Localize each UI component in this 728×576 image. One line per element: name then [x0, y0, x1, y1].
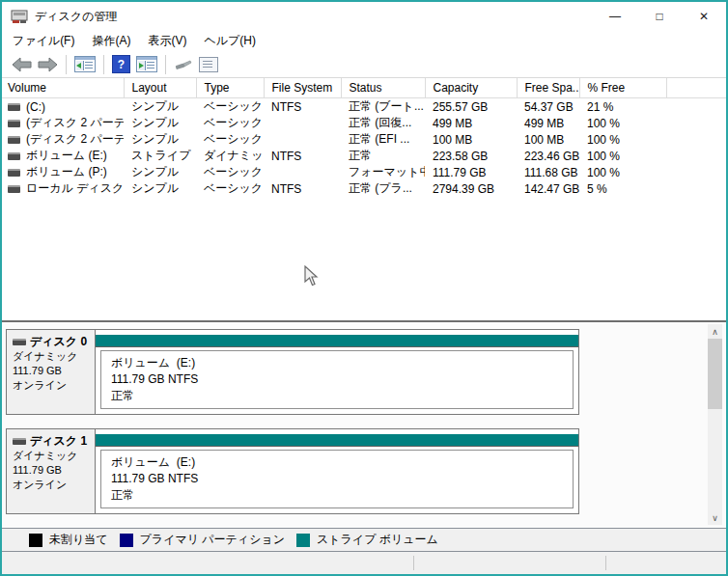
menu-view[interactable]: 表示(V)	[139, 30, 195, 52]
toolbar-separator	[66, 55, 67, 74]
col-layout[interactable]: Layout	[124, 78, 196, 98]
cell-pct-free[interactable]: 5 %	[579, 180, 666, 197]
col-empty[interactable]	[666, 78, 726, 98]
cell-fs[interactable]: NTFS	[264, 180, 341, 197]
back-arrow-icon[interactable]	[9, 56, 35, 73]
disk-1-volume-block[interactable]: ボリューム (E:) 111.79 GB NTFS 正常	[96, 429, 578, 513]
cell-capacity[interactable]: 2794.39 GB	[425, 180, 517, 197]
volume-size-fs: 111.79 GB NTFS	[111, 371, 573, 388]
disk-0-label[interactable]: ディスク 0 ダイナミック 111.79 GB オンライン	[7, 330, 96, 414]
cell-free[interactable]: 54.37 GB	[517, 98, 579, 116]
disk-0-volume-info[interactable]: ボリューム (E:) 111.79 GB NTFS 正常	[100, 350, 574, 409]
cell-type[interactable]: ベーシック	[196, 98, 264, 116]
col-capacity[interactable]: Capacity	[425, 78, 517, 98]
cell-layout[interactable]: シンプル	[124, 164, 196, 180]
cell-status[interactable]: 正常 (EFI ...	[341, 131, 425, 148]
cell-pct-free[interactable]: 100 %	[579, 131, 666, 148]
show-action-pane-icon[interactable]	[133, 55, 160, 73]
cell-type[interactable]: ベーシック	[196, 115, 264, 131]
properties-icon[interactable]	[196, 56, 221, 73]
minimize-button[interactable]: —	[593, 2, 637, 31]
volume-list-pane: Volume Layout Type File System Status Ca…	[2, 78, 726, 320]
volume-row[interactable]: ボリューム (E:) ストライプ ダイナミック NTFS 正常 223.58 G…	[2, 148, 726, 164]
scroll-up-icon[interactable]: ∧	[708, 324, 722, 339]
show-console-tree-icon[interactable]	[71, 55, 98, 73]
menu-file[interactable]: ファイル(F)	[4, 30, 83, 52]
stripe-volume-color-bar	[96, 335, 578, 347]
cell-capacity[interactable]: 499 MB	[425, 115, 517, 131]
cell-free[interactable]: 111.68 GB	[517, 164, 579, 180]
volume-row[interactable]: (ディスク 2 パーティシ... シンプル ベーシック 正常 (回復... 49…	[2, 115, 726, 131]
disk-management-window: ディスクの管理 — □ ✕ ファイル(F) 操作(A) 表示(V) ヘルプ(H)	[0, 0, 728, 576]
cell-free[interactable]: 223.46 GB	[517, 148, 579, 164]
col-status[interactable]: Status	[341, 78, 425, 98]
cell-pct-free[interactable]: 21 %	[579, 98, 666, 116]
disk-icon	[13, 438, 26, 445]
legend-item-stripe-volume: ストライプ ボリューム	[296, 532, 438, 548]
cell-capacity[interactable]: 255.57 GB	[425, 98, 517, 116]
help-icon[interactable]: ?	[109, 54, 133, 74]
volume-row[interactable]: ローカル ディスク (D:) シンプル ベーシック NTFS 正常 (プラ...…	[2, 180, 726, 197]
cell-pct-free[interactable]: 100 %	[579, 148, 666, 164]
disk-tool-icon[interactable]	[171, 57, 196, 72]
menu-help[interactable]: ヘルプ(H)	[195, 30, 265, 52]
volume-row[interactable]: ボリューム (P:) シンプル ベーシック フォーマット中 111.79 GB …	[2, 164, 726, 180]
col-type[interactable]: Type	[196, 78, 264, 98]
cell-capacity[interactable]: 100 MB	[425, 131, 517, 148]
volume-icon	[8, 185, 20, 193]
close-button[interactable]: ✕	[682, 2, 726, 31]
cell-status[interactable]: フォーマット中	[341, 164, 425, 180]
cell-status[interactable]: 正常 (回復...	[341, 115, 425, 131]
cell-layout[interactable]: シンプル	[124, 115, 196, 131]
toolbar-separator	[165, 55, 166, 74]
cell-fs[interactable]	[264, 115, 341, 131]
scrollbar-thumb[interactable]	[708, 339, 722, 409]
scroll-down-icon[interactable]: ∨	[708, 510, 722, 525]
disk-0-volume-block[interactable]: ボリューム (E:) 111.79 GB NTFS 正常	[96, 330, 578, 414]
cell-layout[interactable]: シンプル	[124, 98, 196, 116]
disk-type: ダイナミック	[13, 449, 95, 463]
cell-type[interactable]: ベーシック	[196, 131, 264, 148]
volume-size-fs: 111.79 GB NTFS	[111, 471, 573, 487]
cell-type[interactable]: ベーシック	[196, 164, 264, 180]
cell-status[interactable]: 正常 (プラ...	[341, 180, 425, 197]
toolbar: ?	[2, 51, 726, 78]
cell-fs[interactable]: NTFS	[264, 148, 341, 164]
cell-type[interactable]: ベーシック	[196, 180, 264, 197]
col-file-system[interactable]: File System	[264, 78, 341, 98]
disk-1-row: ディスク 1 ダイナミック 111.79 GB オンライン ボリューム (E:)…	[6, 428, 579, 514]
cell-free[interactable]: 100 MB	[517, 131, 579, 148]
disk-1-volume-info[interactable]: ボリューム (E:) 111.79 GB NTFS 正常	[100, 450, 574, 508]
cell-fs[interactable]: NTFS	[264, 98, 341, 116]
cell-layout[interactable]: ストライプ	[124, 148, 196, 164]
disk-state: オンライン	[13, 478, 95, 492]
cell-capacity[interactable]: 223.58 GB	[425, 148, 517, 164]
stripe-volume-swatch	[296, 534, 310, 547]
cell-status[interactable]: 正常	[341, 148, 425, 164]
cell-layout[interactable]: シンプル	[124, 180, 196, 197]
cell-status[interactable]: 正常 (ブート...	[341, 98, 425, 116]
volume-icon	[8, 152, 20, 160]
volume-row[interactable]: (C:) シンプル ベーシック NTFS 正常 (ブート... 255.57 G…	[2, 98, 726, 116]
cell-type[interactable]: ダイナミック	[196, 148, 264, 164]
menu-action[interactable]: 操作(A)	[83, 30, 139, 52]
cell-layout[interactable]: シンプル	[124, 131, 196, 148]
volume-row[interactable]: (ディスク 2 パーティシ... シンプル ベーシック 正常 (EFI ... …	[2, 131, 726, 148]
cell-free[interactable]: 499 MB	[517, 115, 579, 131]
cell-free[interactable]: 142.47 GB	[517, 180, 579, 197]
table-header-row: Volume Layout Type File System Status Ca…	[2, 78, 726, 98]
cell-capacity[interactable]: 111.79 GB	[425, 164, 517, 180]
cell-pct-free[interactable]: 100 %	[579, 115, 666, 131]
disk-1-label[interactable]: ディスク 1 ダイナミック 111.79 GB オンライン	[7, 429, 96, 513]
forward-arrow-icon[interactable]	[35, 56, 61, 73]
cell-fs[interactable]	[264, 164, 341, 180]
col-free-space[interactable]: Free Spa...	[517, 78, 579, 98]
legend-item-unallocated: 未割り当て	[29, 532, 108, 548]
cell-fs[interactable]	[264, 131, 341, 148]
title-bar: ディスクの管理 — □ ✕	[2, 2, 726, 31]
col-pct-free[interactable]: % Free	[579, 78, 666, 98]
cell-pct-free[interactable]: 100 %	[579, 164, 666, 180]
col-volume[interactable]: Volume	[2, 78, 124, 98]
vertical-scrollbar[interactable]: ∧ ∨	[708, 324, 722, 525]
maximize-button[interactable]: □	[637, 2, 682, 31]
